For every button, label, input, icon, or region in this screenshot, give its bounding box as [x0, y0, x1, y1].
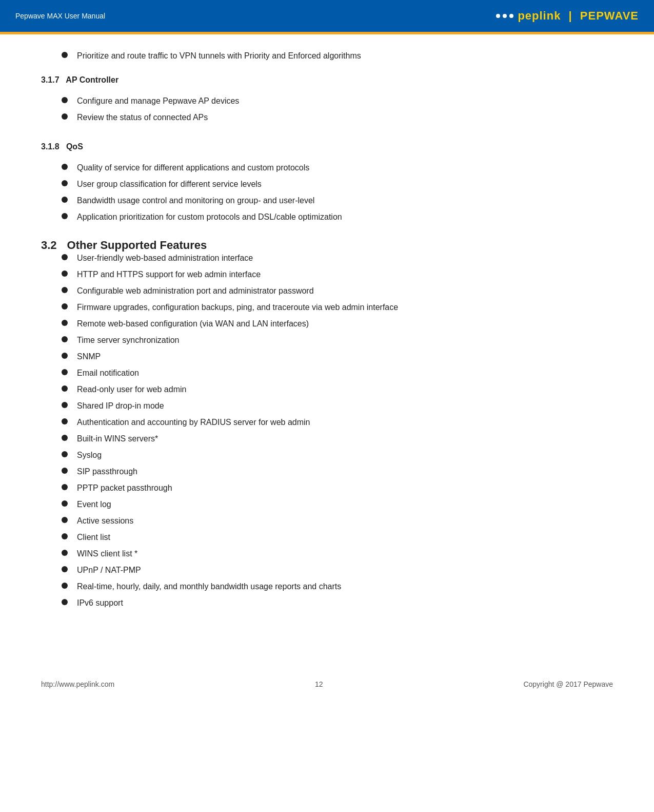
bullet-text: Read-only user for web admin: [77, 383, 186, 396]
bullet-dot-icon: [62, 533, 68, 539]
bullet-dot-icon: [62, 484, 68, 490]
bullet-dot-icon: [62, 287, 68, 293]
bullet-item: Time server synchronization: [62, 334, 613, 346]
section-317-heading-row: 3.1.7 AP Controller: [41, 66, 613, 90]
bullet-dot-icon: [62, 320, 68, 326]
bullet-item: IPv6 support: [62, 597, 613, 609]
bullet-dot-icon: [62, 451, 68, 457]
bullet-dot-icon: [62, 566, 68, 572]
footer-page: 12: [315, 680, 323, 688]
intro-bullets: Prioritize and route traffic to VPN tunn…: [41, 50, 613, 62]
bullet-dot-icon: [62, 435, 68, 441]
bullet-item: User group classification for different …: [62, 178, 613, 190]
bullet-item: Read-only user for web admin: [62, 383, 613, 396]
bullet-text: Firmware upgrades, configuration backups…: [77, 301, 398, 314]
bullet-item: WINS client list *: [62, 548, 613, 560]
bullet-item: SNMP: [62, 351, 613, 363]
bullet-item: Bandwidth usage control and monitoring o…: [62, 195, 613, 207]
bullet-text: User group classification for different …: [77, 178, 262, 190]
bullet-text: Configurable web administration port and…: [77, 285, 314, 297]
section-32-title-row: 3.2 Other Supported Features: [41, 239, 613, 252]
logo-text: peplink | PEPWAVE: [518, 9, 639, 23]
bullet-dot-icon: [62, 550, 68, 556]
section-32-number: 3.2: [41, 239, 57, 252]
logo-pepwave: PEPWAVE: [580, 9, 639, 22]
section-318-heading-row: 3.1.8 QoS: [41, 133, 613, 157]
bullet-item: Syslog: [62, 449, 613, 461]
bullet-text: Real-time, hourly, daily, and monthly ba…: [77, 581, 341, 593]
bullet-dot-icon: [62, 402, 68, 408]
bullet-text: Time server synchronization: [77, 334, 179, 346]
bullet-dot-icon: [62, 517, 68, 523]
bullet-item: PPTP packet passthrough: [62, 482, 613, 494]
section-318-number: 3.1.8 QoS: [41, 142, 83, 151]
bullet-dot-icon: [62, 353, 68, 359]
bullet-item: Email notification: [62, 367, 613, 379]
bullet-dot-icon: [62, 385, 68, 392]
bullet-text: Authentication and accounting by RADIUS …: [77, 416, 310, 429]
bullet-text: SIP passthrough: [77, 466, 137, 478]
bullet-dot-icon: [62, 336, 68, 342]
logo-separator: |: [569, 9, 576, 22]
bullet-text: Syslog: [77, 449, 102, 461]
bullet-item: User-friendly web-based administration i…: [62, 252, 613, 264]
bullet-item: Real-time, hourly, daily, and monthly ba…: [62, 581, 613, 593]
logo-dot-3: [509, 14, 513, 18]
logo-area: peplink | PEPWAVE: [496, 9, 639, 23]
bullet-text: Shared IP drop-in mode: [77, 400, 164, 412]
bullet-dot-icon: [62, 113, 68, 120]
logo-peplink-2: link: [540, 9, 561, 22]
bullet-text: Bandwidth usage control and monitoring o…: [77, 195, 314, 207]
bullet-text: User-friendly web-based administration i…: [77, 252, 253, 264]
bullet-text: Configure and manage Pepwave AP devices: [77, 95, 239, 107]
bullet-dot-icon: [62, 468, 68, 474]
bullet-item: Configure and manage Pepwave AP devices: [62, 95, 613, 107]
bullet-text: PPTP packet passthrough: [77, 482, 172, 494]
bullet-text: Prioritize and route traffic to VPN tunn…: [77, 50, 361, 62]
bullet-item: Remote web-based configuration (via WAN …: [62, 318, 613, 330]
bullet-dot-icon: [62, 583, 68, 589]
bullet-text: Email notification: [77, 367, 139, 379]
bullet-dot-icon: [62, 180, 68, 186]
bullet-text: Client list: [77, 531, 110, 544]
bullet-text: HTTP and HTTPS support for web admin int…: [77, 268, 261, 281]
bullet-item: Shared IP drop-in mode: [62, 400, 613, 412]
bullet-item: Configurable web administration port and…: [62, 285, 613, 297]
bullet-item: SIP passthrough: [62, 466, 613, 478]
logo-dot-2: [503, 14, 507, 18]
bullet-item: Application prioritization for custom pr…: [62, 211, 613, 223]
logo-peplink: pep: [518, 9, 539, 22]
bullet-dot-icon: [62, 303, 68, 310]
bullet-text: Review the status of connected APs: [77, 111, 208, 124]
bullet-dot-icon: [62, 599, 68, 605]
page-header: Pepwave MAX User Manual peplink | PEPWAV…: [0, 0, 654, 32]
footer-url: http://www.peplink.com: [41, 680, 114, 688]
bullet-text: Built-in WINS servers*: [77, 433, 158, 445]
bullet-text: WINS client list *: [77, 548, 137, 560]
section-317-number: 3.1.7 AP Controller: [41, 75, 118, 85]
bullet-item: Prioritize and route traffic to VPN tunn…: [62, 50, 613, 62]
bullet-item: Built-in WINS servers*: [62, 433, 613, 445]
bullet-dot-icon: [62, 418, 68, 424]
bullet-item: HTTP and HTTPS support for web admin int…: [62, 268, 613, 281]
bullet-text: IPv6 support: [77, 597, 123, 609]
page-content: Prioritize and route traffic to VPN tunn…: [0, 34, 654, 649]
manual-title: Pepwave MAX User Manual: [15, 12, 105, 20]
bullet-dot-icon: [62, 164, 68, 170]
bullet-item: Review the status of connected APs: [62, 111, 613, 124]
bullet-dot-icon: [62, 500, 68, 507]
bullet-dot-icon: [62, 97, 68, 103]
bullet-item: Active sessions: [62, 515, 613, 527]
bullet-dot-icon: [62, 213, 68, 219]
bullet-text: Quality of service for different applica…: [77, 162, 309, 174]
section-318: 3.1.8 QoS Quality of service for differe…: [41, 133, 613, 223]
logo-dot-1: [496, 14, 500, 18]
bullet-item: Quality of service for different applica…: [62, 162, 613, 174]
section-32-title: Other Supported Features: [67, 239, 207, 252]
bullet-item: Event log: [62, 498, 613, 511]
bullet-text: Remote web-based configuration (via WAN …: [77, 318, 309, 330]
bullet-text: Event log: [77, 498, 111, 511]
bullet-item: UPnP / NAT-PMP: [62, 564, 613, 576]
footer-copyright: Copyright @ 2017 Pepwave: [523, 680, 613, 688]
bullet-item: Authentication and accounting by RADIUS …: [62, 416, 613, 429]
